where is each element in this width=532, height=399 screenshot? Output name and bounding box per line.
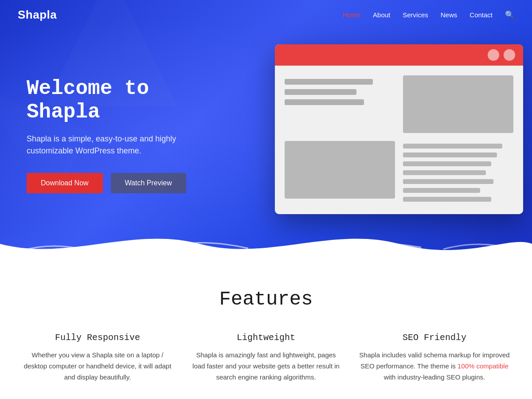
mock-line2-7 [403,197,491,202]
hero-wave [0,226,532,262]
mock-image-bottom [285,141,395,199]
hero-content: Welcome to Shapla Shapla is a simple, ea… [0,33,222,229]
mock-line2-6 [403,188,480,193]
feature-responsive: Fully Responsive Whether you view a Shap… [22,332,173,383]
mock-line2-2 [403,153,497,157]
browser-mockup [275,44,523,214]
mock-line2-1 [403,144,502,149]
site-header: Shapla Home About Services News Contact … [0,0,532,30]
download-button[interactable]: Download Now [27,173,103,193]
features-grid: Fully Responsive Whether you view a Shap… [22,332,510,383]
mock-line-2 [285,89,356,95]
hero-buttons: Download Now Watch Preview [27,173,204,193]
feature-responsive-desc: Whether you view a Shapla site on a lapt… [22,350,173,383]
features-section: Features Fully Responsive Whether you vi… [0,262,532,399]
feature-lightweight-desc: Shapla is amazingly fast and lightweight… [191,350,341,383]
nav-contact[interactable]: Contact [469,11,493,19]
seo-link[interactable]: 100% compatible [458,362,509,370]
mock-image-top [403,75,513,133]
feature-seo-desc: Shapla includes valid schema markup for … [359,350,510,383]
mock-line-1 [285,79,373,85]
mock-lines-top [285,75,395,133]
nav-services[interactable]: Services [403,11,428,19]
search-icon[interactable]: 🔍 [505,10,514,20]
nav-news[interactable]: News [441,11,458,19]
watch-preview-button[interactable]: Watch Preview [111,173,186,193]
browser-bar [275,44,523,66]
nav-about[interactable]: About [373,11,390,19]
features-title: Features [18,288,514,310]
mock-line2-5 [403,179,493,184]
browser-dot-2 [504,49,515,61]
main-nav: Home About Services News Contact 🔍 [343,10,514,20]
browser-dot-1 [488,49,499,61]
browser-body [275,66,523,214]
hero-title: Welcome to Shapla [27,77,204,124]
hero-section: Welcome to Shapla Shapla is a simple, ea… [0,0,532,262]
mock-line2-4 [403,170,486,175]
feature-responsive-title: Fully Responsive [22,332,173,343]
feature-lightweight-title: Lightweight [191,332,341,343]
hero-subtitle: Shapla is a simple, easy-to-use and high… [27,133,204,157]
mock-line-3 [285,99,364,105]
mock-lines-bottom [403,141,513,202]
feature-lightweight: Lightweight Shapla is amazingly fast and… [191,332,341,383]
mock-line2-3 [403,161,491,166]
feature-seo: SEO Friendly Shapla includes valid schem… [359,332,510,383]
nav-home[interactable]: Home [343,11,360,19]
feature-seo-title: SEO Friendly [359,332,510,343]
site-logo[interactable]: Shapla [18,8,57,22]
